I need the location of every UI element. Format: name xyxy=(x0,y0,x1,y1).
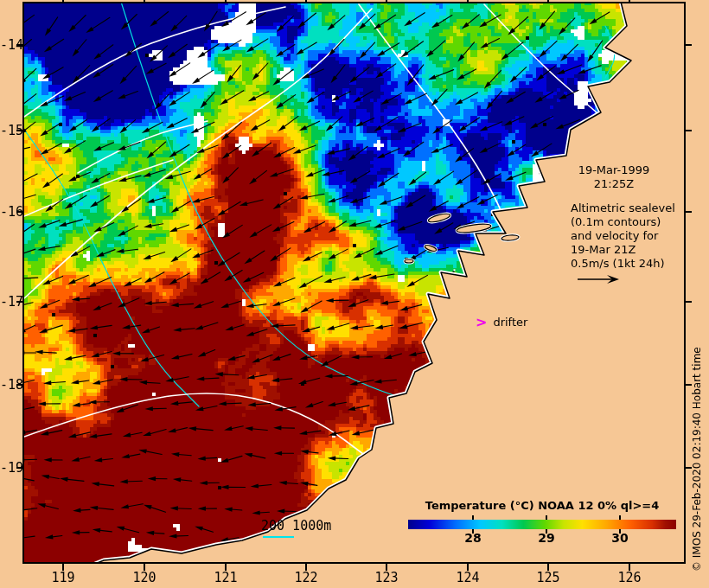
lat-tick-right xyxy=(686,301,692,303)
lon-tick-top xyxy=(547,0,549,2)
lat-tick-right xyxy=(686,44,692,46)
sst-map-page: { "timestamp": { "date": "19-Mar-1999", … xyxy=(0,0,709,588)
altimetry-note-line: 0.5m/s (1kt 24h) xyxy=(571,257,675,271)
lon-axis-label: 123 xyxy=(367,570,406,585)
colorbar-tick-top xyxy=(472,515,474,520)
timestamp-label: 19-Mar-1999 21:25Z xyxy=(567,163,661,191)
lat-axis-label: -19 xyxy=(0,460,22,476)
altimetry-note: Altimetric sealevel (0.1m contours) and … xyxy=(571,201,675,271)
timestamp-date: 19-Mar-1999 xyxy=(567,163,661,177)
lon-axis-label: 124 xyxy=(449,570,487,585)
lon-axis-label: 119 xyxy=(44,570,82,585)
colorbar-title: Temperature (°C) NOAA 12 0% ql>=4 xyxy=(399,499,685,512)
depth-contour-line-sample xyxy=(263,536,294,538)
lat-axis-label: -15 xyxy=(0,123,22,138)
lon-axis-label: 121 xyxy=(207,570,245,585)
depth-contour-legend: 200 1000m xyxy=(261,519,331,533)
lon-tick-top xyxy=(225,0,227,2)
drifter-marker-icon: > xyxy=(476,314,487,330)
colorbar-tick-label: 30 xyxy=(603,531,637,545)
drifter-annotation: >drifter xyxy=(476,315,527,330)
lat-tick-right xyxy=(686,130,692,131)
colorbar-tick-label: 29 xyxy=(529,531,564,545)
lon-axis-label: 120 xyxy=(125,570,163,585)
timestamp-time: 21:25Z xyxy=(567,177,661,191)
altimetry-note-line: Altimetric sealevel xyxy=(571,201,675,215)
lon-tick-top xyxy=(629,0,630,2)
colorbar-gradient xyxy=(408,520,676,529)
altimetry-note-line: 19-Mar 21Z xyxy=(571,243,675,257)
lat-axis-label: -16 xyxy=(0,204,22,220)
lon-tick-top xyxy=(305,0,307,2)
lon-axis-label: 125 xyxy=(529,570,567,585)
lat-axis-label: -18 xyxy=(0,377,22,393)
lon-axis-label: 126 xyxy=(610,570,648,585)
lon-axis-label: 122 xyxy=(287,570,325,585)
lon-tick-top xyxy=(386,0,387,2)
lon-tick-top xyxy=(144,0,145,2)
drifter-label: drifter xyxy=(493,316,527,329)
colorbar-tick-label: 28 xyxy=(456,531,490,545)
lat-axis-label: -14 xyxy=(0,37,22,53)
altimetry-note-line: (0.1m contours) xyxy=(571,215,675,229)
lon-tick-top xyxy=(62,0,64,2)
lat-tick-right xyxy=(686,211,692,213)
colorbar-tick-top xyxy=(619,515,621,520)
colorbar-tick-top xyxy=(546,515,547,520)
velocity-scale-arrow-icon xyxy=(576,272,623,284)
altimetry-note-line: and velocity for xyxy=(571,229,675,243)
lon-tick-top xyxy=(467,0,469,2)
lat-axis-label: -17 xyxy=(0,294,22,310)
copyright-text: © IMOS 29-Feb-2020 02:19:40 Hobart time xyxy=(691,347,703,572)
